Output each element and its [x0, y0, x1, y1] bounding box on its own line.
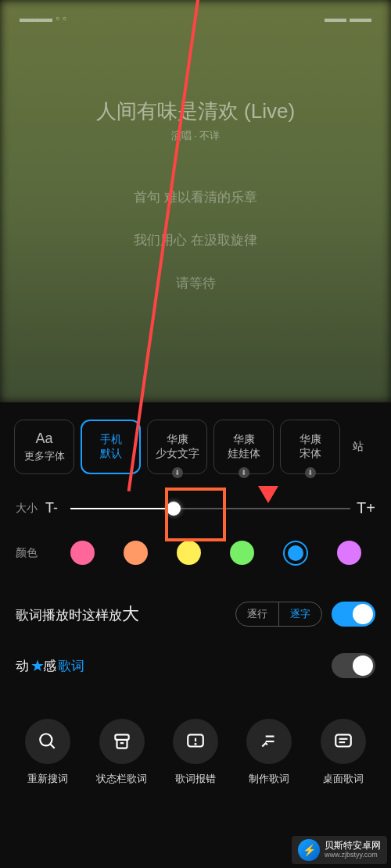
svg-rect-2 — [115, 734, 128, 740]
svg-rect-8 — [335, 734, 351, 746]
svg-point-0 — [40, 734, 52, 745]
action-buttons-row: 重新搜词 状态栏歌词 歌词报错 制作歌词 桌面歌词 — [12, 711, 379, 786]
color-orange[interactable] — [124, 541, 148, 565]
color-label: 颜色 — [16, 546, 45, 560]
watermark-name: 贝斯特安卓网 — [325, 841, 381, 851]
color-swatches — [70, 541, 361, 566]
song-title: 人间有味是清欢 (Live) — [0, 98, 391, 125]
download-icon: ⬇ — [305, 467, 316, 478]
size-decrease[interactable]: T- — [45, 500, 66, 516]
blurred-lyrics: 首句 难以看清的乐章 我们用心 在汲取旋律 请等待 — [0, 176, 391, 305]
zoom-option-label: 歌词播放时这样放大 — [16, 602, 235, 626]
pill-by-char[interactable]: 逐字 — [279, 602, 321, 626]
action-report-error[interactable]: 歌词报错 — [160, 719, 231, 786]
action-statusbar-lyrics[interactable]: 状态栏歌词 — [85, 719, 157, 786]
size-slider[interactable] — [70, 508, 350, 509]
font-option-partial[interactable]: 站 — [346, 420, 370, 474]
desktop-icon — [321, 719, 366, 764]
action-research[interactable]: 重新搜词 — [12, 719, 84, 786]
font-option-shaonv[interactable]: 华康 少女文字 ⬇ — [147, 420, 207, 474]
watermark-logo-icon: ⚡ — [298, 839, 320, 861]
font-option-wawa[interactable]: 华康 娃娃体 ⬇ — [213, 420, 274, 474]
watermark: ⚡ 贝斯特安卓网 www.zjbstyy.com — [292, 836, 387, 864]
color-pink[interactable] — [70, 541, 95, 565]
dynamic-lyrics-row: 动★感歌词 — [12, 644, 379, 688]
aa-icon: Aa — [35, 430, 52, 447]
download-icon: ⬇ — [239, 467, 249, 478]
color-yellow[interactable] — [177, 541, 201, 565]
archive-icon — [99, 719, 145, 764]
zoom-toggle[interactable] — [332, 602, 375, 627]
edit-icon — [246, 719, 292, 764]
song-artist: 演唱 · 不详 — [0, 129, 391, 143]
font-selector-row: Aa 更多字体 手机 默认 华康 少女文字 ⬇ 华康 娃娃体 ⬇ 华康 宋体 ⬇… — [12, 420, 379, 474]
font-option-song[interactable]: 华康 宋体 ⬇ — [280, 420, 340, 474]
download-icon: ⬇ — [172, 467, 183, 478]
watermark-url: www.zjbstyy.com — [325, 852, 381, 859]
size-label: 大小 — [16, 502, 45, 516]
color-green[interactable] — [230, 541, 254, 565]
dynamic-toggle[interactable] — [332, 653, 375, 678]
slider-fill — [70, 508, 174, 509]
color-purple[interactable] — [337, 541, 361, 565]
zoom-option-row: 歌词播放时这样放大 逐行 逐字 — [12, 592, 379, 636]
annotation-arrow-head — [258, 486, 278, 503]
svg-line-1 — [50, 744, 54, 748]
alert-icon — [173, 719, 218, 764]
dynamic-lyrics-label: 动★感歌词 — [16, 656, 332, 675]
font-size-row: 大小 T- T+ — [12, 499, 379, 517]
slider-thumb[interactable] — [167, 502, 181, 516]
action-make-lyrics[interactable]: 制作歌词 — [233, 719, 305, 786]
action-desktop-lyrics[interactable]: 桌面歌词 — [307, 719, 379, 786]
toggle-thumb — [353, 604, 373, 624]
search-icon — [25, 719, 70, 764]
pill-by-line[interactable]: 逐行 — [236, 602, 279, 626]
toggle-thumb — [353, 655, 373, 676]
svg-point-5 — [195, 744, 196, 745]
size-increase[interactable]: T+ — [355, 499, 375, 517]
zoom-mode-segment: 逐行 逐字 — [235, 602, 322, 627]
color-row: 颜色 — [12, 541, 379, 566]
lyrics-settings-panel: Aa 更多字体 手机 默认 华康 少女文字 ⬇ 华康 娃娃体 ⬇ 华康 宋体 ⬇… — [0, 402, 391, 868]
more-fonts-button[interactable]: Aa 更多字体 — [14, 420, 74, 474]
color-blue[interactable] — [283, 541, 308, 566]
